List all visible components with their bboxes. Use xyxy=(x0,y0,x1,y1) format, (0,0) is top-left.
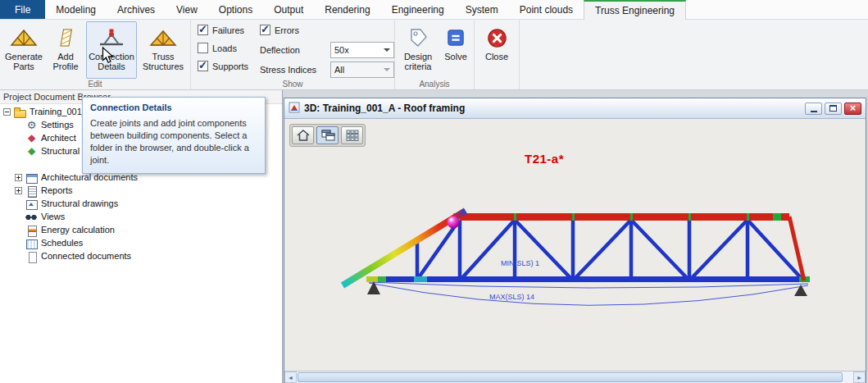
drawing-icon xyxy=(25,198,38,209)
failures-checkbox-box xyxy=(198,25,208,35)
tooltip-title: Connection Details xyxy=(83,98,265,115)
tab-rendering[interactable]: Rendering xyxy=(314,0,380,19)
minimize-button[interactable] xyxy=(805,103,822,115)
truss-name-label: T21-a* xyxy=(525,152,564,166)
tooltip: Connection Details Create joints and add… xyxy=(82,97,266,174)
tab-modeling[interactable]: Modeling xyxy=(45,0,107,19)
chevron-down-icon xyxy=(384,48,390,52)
application-window: File Modeling Archives View Options Outp… xyxy=(0,0,868,383)
maximize-button[interactable] xyxy=(825,103,842,115)
tree-item-views[interactable]: Views xyxy=(0,210,282,223)
viewport-canvas[interactable]: T21-a* MIN(SLS) 1 MAX(SLS) 14 xyxy=(284,119,866,371)
show-group-label: Show xyxy=(191,80,394,89)
connection-details-icon xyxy=(98,24,125,52)
documents-window-icon xyxy=(25,172,38,183)
tab-view[interactable]: View xyxy=(166,0,208,19)
joint-sphere[interactable] xyxy=(448,217,460,229)
failures-checkbox[interactable]: Failures xyxy=(198,25,260,35)
supports-label: Supports xyxy=(212,62,248,71)
mdi-area: 3D: Training_001_A - Roof framing × xyxy=(283,90,868,383)
close-red-icon xyxy=(487,24,507,52)
ribbon: Generate Parts Add Profile Connection De… xyxy=(0,20,868,90)
truss-rafter[interactable] xyxy=(343,211,466,285)
deflection-dropdown[interactable]: 50x xyxy=(330,42,394,58)
stress-indices-label: Stress Indices xyxy=(260,65,330,75)
analysis-group-label: Analysis xyxy=(395,80,474,89)
tag-icon xyxy=(407,24,429,52)
failures-label: Failures xyxy=(212,25,244,35)
generate-parts-button[interactable]: Generate Parts xyxy=(2,21,45,79)
errors-label: Errors xyxy=(275,25,299,35)
tree-item-energy-calculation[interactable]: Energy calculation xyxy=(0,223,282,236)
close-icon: × xyxy=(850,103,857,113)
stress-indices-value: All xyxy=(334,65,384,75)
truss-structures-label: Truss Structures xyxy=(139,52,187,71)
errors-checkbox-box xyxy=(260,25,270,35)
truss-web-members[interactable] xyxy=(417,220,804,281)
tree-item-connected-documents[interactable]: Connected documents xyxy=(0,249,282,262)
ribbon-spacer xyxy=(520,20,868,89)
truss-model[interactable] xyxy=(284,119,866,370)
viewport-title-bar[interactable]: 3D: Training_001_A - Roof framing × xyxy=(284,98,866,119)
connection-details-label: Connection Details xyxy=(87,52,136,71)
truss-structures-button[interactable]: Truss Structures xyxy=(139,21,188,79)
close-label: Close xyxy=(485,52,508,62)
truss-structures-icon xyxy=(149,24,177,52)
tree-item-reports[interactable]: Reports xyxy=(0,184,282,197)
tab-file[interactable]: File xyxy=(0,0,45,19)
joint-sphere-highlight xyxy=(450,218,453,221)
connection-details-button[interactable]: Connection Details xyxy=(86,21,137,79)
loads-label: Loads xyxy=(212,43,237,53)
ribbon-group-show: Failures Loads Supports Errors xyxy=(191,20,395,89)
loads-checkbox-box xyxy=(198,43,208,53)
solve-icon xyxy=(446,24,466,52)
ribbon-group-close: Close xyxy=(475,20,520,89)
min-deflection-label: MIN(SLS) 1 xyxy=(501,259,539,267)
close-button[interactable]: Close xyxy=(477,21,516,79)
tooltip-body: Create joints and add joint components b… xyxy=(83,115,265,173)
collapse-icon[interactable] xyxy=(3,108,11,116)
structural-model-icon xyxy=(25,146,38,157)
deflection-value: 50x xyxy=(334,45,384,55)
scroll-left-button[interactable]: ◄ xyxy=(284,372,297,383)
folder-open-icon xyxy=(14,107,26,117)
errors-checkbox[interactable]: Errors xyxy=(260,25,394,35)
energy-icon xyxy=(25,225,38,235)
tab-system[interactable]: System xyxy=(455,0,509,19)
viewport-icon xyxy=(289,102,300,116)
tab-engineering[interactable]: Engineering xyxy=(381,0,455,19)
tab-options[interactable]: Options xyxy=(208,0,263,19)
loads-checkbox[interactable]: Loads xyxy=(198,43,260,53)
tree-item-schedules[interactable]: Schedules xyxy=(0,236,282,249)
scroll-right-button[interactable]: ► xyxy=(853,372,866,383)
tab-point-clouds[interactable]: Point clouds xyxy=(509,0,584,19)
truss-generate-icon xyxy=(10,24,38,52)
truss-bottom-chord[interactable] xyxy=(366,276,810,282)
solve-label: Solve xyxy=(444,52,467,62)
close-window-button[interactable]: × xyxy=(844,103,861,115)
viewport-title: 3D: Training_001_A - Roof framing xyxy=(304,103,798,114)
tab-output[interactable]: Output xyxy=(263,0,314,19)
chevron-down-icon xyxy=(384,68,390,71)
solve-button[interactable]: Solve xyxy=(440,21,471,79)
add-profile-button[interactable]: Add Profile xyxy=(47,21,84,79)
expand-icon[interactable] xyxy=(15,174,22,181)
tab-truss-engineering[interactable]: Truss Engineering xyxy=(584,0,686,20)
scroll-thumb[interactable] xyxy=(298,372,843,382)
view-home-button[interactable] xyxy=(292,126,314,144)
max-deflection-label: MAX(SLS) 14 xyxy=(489,293,534,301)
tab-archives[interactable]: Archives xyxy=(107,0,166,19)
document-icon xyxy=(25,251,38,262)
schedule-icon xyxy=(25,238,38,248)
architect-model-icon xyxy=(25,133,38,144)
expand-icon[interactable] xyxy=(15,187,22,194)
horizontal-scrollbar[interactable]: ◄ ► xyxy=(284,371,866,383)
view-grid-button[interactable] xyxy=(341,126,363,144)
stress-indices-dropdown[interactable]: All xyxy=(330,62,394,78)
design-criteria-button[interactable]: Design criteria xyxy=(398,21,439,79)
view-cascade-button[interactable] xyxy=(316,126,339,144)
truss-top-chord[interactable] xyxy=(453,213,789,221)
supports-checkbox[interactable]: Supports xyxy=(198,61,260,71)
tree-item-structural-drawings[interactable]: Structural drawings xyxy=(0,197,282,210)
edit-group-label: Edit xyxy=(0,80,190,89)
